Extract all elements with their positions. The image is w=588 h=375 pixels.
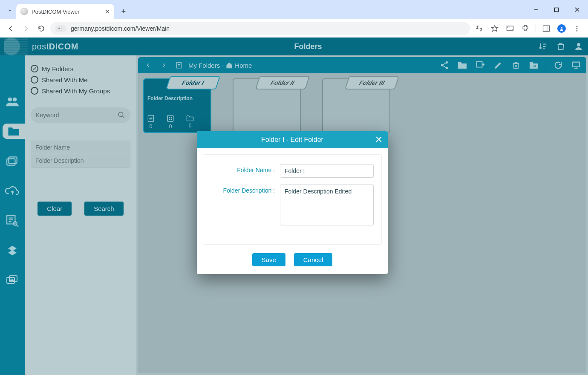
tab-strip: PostDICOM Viewer ✕ + (0, 0, 588, 19)
new-tab-button[interactable]: + (118, 6, 130, 17)
cancel-button[interactable]: Cancel (294, 253, 333, 266)
translate-icon[interactable] (473, 22, 486, 35)
svg-point-9 (61, 29, 62, 30)
forward-button[interactable] (20, 22, 32, 35)
svg-point-15 (576, 28, 578, 29)
separator (536, 24, 536, 33)
back-button[interactable] (4, 22, 17, 35)
maximize-button[interactable] (547, 3, 566, 17)
browser-chrome: PostDICOM Viewer ✕ + germany.postdicom.c… (0, 0, 588, 38)
folder-name-label: Folder Name : (211, 164, 275, 173)
modal-header: Folder I - Edit Folder (197, 131, 388, 148)
save-button[interactable]: Save (252, 253, 285, 266)
svg-rect-1 (555, 8, 559, 12)
svg-rect-6 (58, 29, 60, 30)
kebab-menu-icon[interactable] (570, 22, 584, 35)
svg-point-14 (576, 26, 578, 27)
extensions-icon[interactable] (519, 22, 532, 35)
close-tab-icon[interactable]: ✕ (105, 8, 110, 15)
svg-rect-11 (543, 26, 550, 31)
window-controls (527, 0, 586, 19)
reload-button[interactable] (35, 22, 48, 35)
folder-desc-label: Folder Description : (211, 185, 275, 194)
screen-icon[interactable] (503, 22, 517, 35)
browser-tab[interactable]: PostDICOM Viewer ✕ (16, 4, 114, 19)
folder-desc-textarea[interactable] (280, 185, 374, 225)
svg-rect-4 (58, 26, 60, 27)
profile-avatar[interactable] (555, 22, 568, 35)
svg-point-16 (576, 30, 578, 31)
address-bar: germany.postdicom.com/Viewer/Main (0, 19, 588, 38)
tab-list-dropdown[interactable] (3, 4, 16, 17)
bookmark-star-icon[interactable] (488, 22, 502, 35)
svg-point-8 (61, 28, 62, 29)
minimize-button[interactable] (527, 3, 545, 17)
sidepanel-icon[interactable] (539, 22, 553, 35)
tab-title: PostDICOM Viewer (32, 9, 79, 15)
modal-title: Folder I - Edit Folder (261, 136, 323, 144)
omnibox[interactable]: germany.postdicom.com/Viewer/Main (50, 22, 470, 35)
svg-rect-5 (58, 28, 60, 29)
svg-point-13 (561, 27, 562, 29)
site-info-icon[interactable] (55, 25, 66, 32)
edit-folder-modal: Folder I - Edit Folder Folder Name : Fol… (197, 131, 388, 274)
svg-point-7 (61, 26, 62, 27)
modal-close-icon[interactable] (373, 134, 384, 145)
folder-name-input[interactable] (280, 164, 374, 178)
favicon (20, 8, 28, 15)
close-window-button[interactable] (568, 3, 586, 17)
app-root: postDICOM Folders My Folders Shared With… (0, 38, 588, 375)
url-text: germany.postdicom.com/Viewer/Main (71, 25, 170, 32)
